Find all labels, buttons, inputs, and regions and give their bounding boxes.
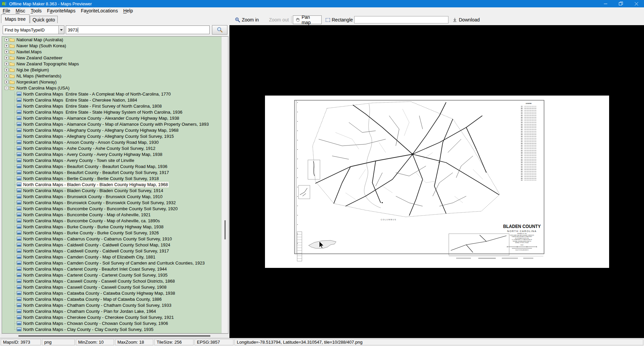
tree-folder-row[interactable]: + New Zealand Topographic Maps <box>2 61 221 67</box>
tree-map-row[interactable]: North Carolina Maps - Burke County - Bur… <box>2 230 221 236</box>
tree-map-row[interactable]: North Carolina Maps - Bladen County - Bl… <box>2 187 221 193</box>
tree-map-row[interactable]: North Carolina Maps - Clay County - Clay… <box>2 326 221 332</box>
tree-map-label: North Carolina Maps - Chowan County - Ch… <box>23 321 168 326</box>
tree-map-row[interactable]: North Carolina Maps - Anson County - Ans… <box>2 139 221 145</box>
tree-map-row[interactable]: North Carolina Maps - Alamance County - … <box>2 121 221 127</box>
tree-map-row[interactable]: North Carolina Maps - Caldwell County - … <box>2 248 221 254</box>
svg-text:NORTH CAROLINA STATE HIGHWAY C: NORTH CAROLINA STATE HIGHWAY COMMISSION <box>510 235 534 236</box>
tree-folder-row[interactable]: + Norgeskart (Norway) <box>2 79 221 85</box>
find-by-selector[interactable]: Find by MapsTypeID <box>3 25 64 34</box>
tree-map-row[interactable]: North Carolina Maps - Caswell County - C… <box>2 284 221 290</box>
map-preview-image[interactable]: C O L U M B U S LEGEND BLADEN COUNTY NOR… <box>265 96 609 268</box>
tree-map-row[interactable]: North Carolina Maps - Avery County - Ave… <box>2 151 221 157</box>
tree-folder-row[interactable]: + Navitel.Maps <box>2 49 221 55</box>
tree-map-row[interactable]: North Carolina Maps Entire State - First… <box>2 103 221 109</box>
tree-folder-row[interactable]: + National Map (Australia) <box>2 37 221 43</box>
tree-map-row[interactable]: North Carolina Maps - Catawba County - M… <box>2 296 221 302</box>
tree-map-row[interactable]: North Carolina Maps - Chatham County - P… <box>2 308 221 314</box>
svg-text:U.S. DEPARTMENT OF TRANSPORTAT: U.S. DEPARTMENT OF TRANSPORTATION <box>512 239 532 240</box>
map-scale-label: SCALE <box>520 244 523 246</box>
tree-map-row[interactable]: North Carolina Maps - Brunswick County -… <box>2 193 221 199</box>
scrollbar-thumb[interactable] <box>224 220 226 239</box>
tree-folder-row[interactable]: + Ngi.be (Belgium) <box>2 67 221 73</box>
tree-map-row[interactable]: North Carolina Maps Entire State - State… <box>2 109 221 115</box>
expand-toggle-icon[interactable]: + <box>5 56 8 60</box>
expand-toggle-icon[interactable]: + <box>5 50 8 54</box>
pan-map-button[interactable]: Pan map <box>293 15 322 24</box>
download-button[interactable]: Download <box>450 15 482 24</box>
tree-map-row[interactable]: North Carolina Maps - Brunswick County -… <box>2 199 221 206</box>
map-subtitle: NORTH CAROLINA <box>507 230 537 233</box>
tree-folder-row[interactable]: − North Carolina Maps (USA) <box>2 85 221 91</box>
text-caret <box>78 27 78 33</box>
map-item-icon <box>17 170 21 174</box>
tree-map-row[interactable]: North Carolina Maps - Burke County - Bur… <box>2 224 221 230</box>
tree-map-row[interactable]: North Carolina Maps Entire State - Chero… <box>2 97 221 103</box>
tree-map-row[interactable]: North Carolina Maps - Bertie County - Be… <box>2 175 221 181</box>
menu-item-misc[interactable]: Misc <box>13 8 28 14</box>
tree-map-row[interactable]: North Carolina Maps - Caldwell County - … <box>2 242 221 248</box>
tree-map-row[interactable]: North Carolina Maps - Beaufort County - … <box>2 169 221 175</box>
tree-map-label: North Carolina Maps - Buncombe County - … <box>23 206 178 211</box>
tree-map-row[interactable]: North Carolina Maps - Buncombe County - … <box>2 206 221 212</box>
map-item-icon <box>17 116 21 120</box>
tree-map-row[interactable]: North Carolina Maps - Carteret County - … <box>2 266 221 272</box>
map-title: BLADEN COUNTY <box>503 223 541 229</box>
tree-map-row[interactable]: North Carolina Maps - Carteret County - … <box>2 272 221 278</box>
tree-map-row[interactable]: North Carolina Maps - Cherokee County - … <box>2 314 221 320</box>
tree-map-row[interactable]: North Carolina Maps - Caswell County - C… <box>2 278 221 284</box>
menu-item-favoritelocations[interactable]: FavoriteLocations <box>78 8 121 14</box>
tree-map-row[interactable]: North Carolina Maps Entire State - A Com… <box>2 91 221 97</box>
toolbar-text-input[interactable] <box>354 16 448 23</box>
tree-map-row[interactable]: North Carolina Maps - Cabarrus County - … <box>2 236 221 242</box>
expand-toggle-icon[interactable]: − <box>5 86 8 90</box>
search-input[interactable]: 3973 <box>66 25 210 34</box>
tree-map-row[interactable]: North Carolina Maps - Chowan County - Ch… <box>2 320 221 326</box>
zoom-in-button[interactable]: Zoom in <box>233 15 261 24</box>
map-preview-area[interactable]: C O L U M B U S LEGEND BLADEN COUNTY NOR… <box>229 25 644 338</box>
tree-map-row[interactable]: North Carolina Maps - Catawba County - C… <box>2 290 221 296</box>
tab-quick-goto[interactable]: Quick goto <box>30 16 58 23</box>
tab-maps-tree[interactable]: Maps tree <box>1 14 30 23</box>
tree-horizontal-scrollbar[interactable] <box>1 334 229 338</box>
menu-item-file[interactable]: File <box>0 8 13 14</box>
menu-item-help[interactable]: Help <box>120 8 136 14</box>
expand-toggle-icon[interactable]: + <box>5 80 8 84</box>
tree-map-row[interactable]: North Carolina Maps - Avery County - Tow… <box>2 157 221 163</box>
tree-map-row[interactable]: North Carolina Maps - Alamance County - … <box>2 115 221 121</box>
expand-toggle-icon[interactable]: + <box>5 44 8 48</box>
search-button[interactable] <box>212 25 227 35</box>
restore-button[interactable] <box>613 0 629 7</box>
menu-item-tools[interactable]: Tools <box>28 8 44 14</box>
tree-map-row[interactable]: North Carolina Maps - Buncombe County - … <box>2 212 221 218</box>
tree-map-label: North Carolina Maps - Alamance County - … <box>23 116 179 121</box>
zoom-in-icon <box>235 17 240 22</box>
menu-item-favoritemaps[interactable]: FavoriteMaps <box>44 8 78 14</box>
tree-map-row[interactable]: North Carolina Maps - Beaufort County - … <box>2 163 221 169</box>
tree-vertical-scrollbar[interactable] <box>221 37 228 333</box>
scrollbar-thumb[interactable] <box>18 335 210 337</box>
tree-map-row[interactable]: North Carolina Maps - Camden County - So… <box>2 260 221 266</box>
tree-map-row[interactable]: North Carolina Maps - Buncombe County - … <box>2 218 221 224</box>
tree-folder-row[interactable]: + Naver Map (South Korea) <box>2 43 221 49</box>
expand-toggle-icon[interactable]: + <box>5 38 8 42</box>
tree-map-row[interactable]: North Carolina Maps - Alleghany County -… <box>2 133 221 139</box>
rectangle-button[interactable]: Rectangle <box>324 15 355 24</box>
expand-toggle-icon[interactable]: + <box>5 62 8 66</box>
combo-dropdown-button[interactable] <box>58 26 64 34</box>
minimize-button[interactable] <box>598 0 613 7</box>
tree-map-label: North Carolina Maps - Catawba County - C… <box>23 291 175 296</box>
tree-map-row[interactable]: North Carolina Maps - Ashe County - Ashe… <box>2 145 221 151</box>
close-button[interactable] <box>629 0 644 7</box>
tree-map-row[interactable]: North Carolina Maps - Chatham County - C… <box>2 302 221 308</box>
app-icon <box>2 1 7 6</box>
tree-map-row[interactable]: North Carolina Maps - Bladen County - Bl… <box>2 181 221 187</box>
tree-folder-row[interactable]: + New Zealand Gazetteer <box>2 55 221 61</box>
tree-map-row[interactable]: North Carolina Maps - Alleghany County -… <box>2 127 221 133</box>
expand-toggle-icon[interactable]: + <box>5 68 8 72</box>
tree-map-row[interactable]: North Carolina Maps - Camden County - Ma… <box>2 254 221 260</box>
folder-icon <box>9 68 15 72</box>
zoom-out-button[interactable]: Zoom out <box>267 15 291 24</box>
expand-toggle-icon[interactable]: + <box>5 74 8 78</box>
tree-folder-row[interactable]: + NL Maps (Netherlands) <box>2 73 221 79</box>
